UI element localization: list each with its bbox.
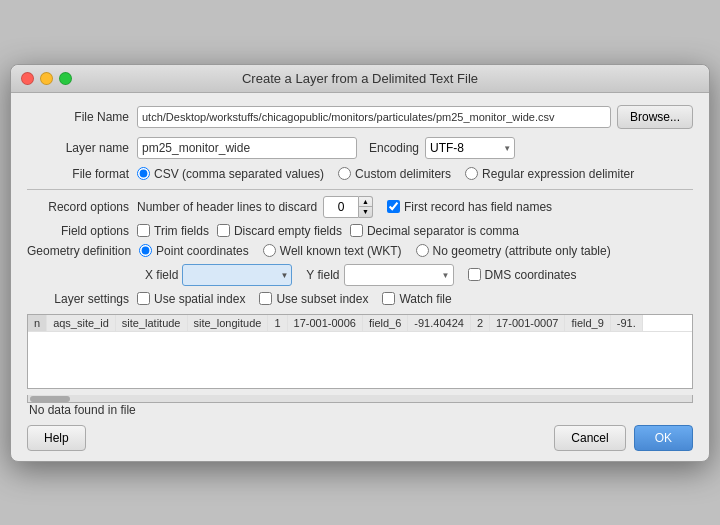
- subset-index-option[interactable]: Use subset index: [259, 292, 368, 306]
- layer-name-label: Layer name: [27, 141, 137, 155]
- dms-label: DMS coordinates: [485, 268, 577, 282]
- point-radio[interactable]: [139, 244, 152, 257]
- preview-table: n aqs_site_id site_latitude site_longitu…: [27, 314, 693, 389]
- geometry-options: Point coordinates Well known text (WKT) …: [139, 244, 611, 258]
- main-window: Create a Layer from a Delimited Text Fil…: [10, 64, 710, 462]
- status-text: No data found in file: [29, 403, 136, 417]
- cancel-button[interactable]: Cancel: [554, 425, 625, 451]
- col-field6: field_6: [363, 315, 408, 331]
- no-geometry-option[interactable]: No geometry (attribute only table): [416, 244, 611, 258]
- watch-file-option[interactable]: Watch file: [382, 292, 451, 306]
- custom-label: Custom delimiters: [355, 167, 451, 181]
- record-options-row: Record options Number of header lines to…: [27, 196, 693, 218]
- discard-empty-option[interactable]: Discard empty fields: [217, 224, 342, 238]
- preview-header-row: n aqs_site_id site_latitude site_longitu…: [28, 315, 692, 332]
- file-name-row: File Name Browse...: [27, 105, 693, 129]
- x-field-select[interactable]: [182, 264, 292, 286]
- trim-fields-label: Trim fields: [154, 224, 209, 238]
- col-17002: 17-001-0007: [490, 315, 565, 331]
- regex-option[interactable]: Regular expression delimiter: [465, 167, 634, 181]
- encoding-select[interactable]: UTF-8: [425, 137, 515, 159]
- custom-radio[interactable]: [338, 167, 351, 180]
- col-91: -91.40424: [408, 315, 471, 331]
- geometry-label: Geometry definition: [27, 244, 139, 258]
- csv-option[interactable]: CSV (comma separated values): [137, 167, 324, 181]
- close-button[interactable]: [21, 72, 34, 85]
- file-path-input[interactable]: [137, 106, 611, 128]
- spatial-index-option[interactable]: Use spatial index: [137, 292, 245, 306]
- horizontal-scrollbar[interactable]: [27, 395, 693, 403]
- field-options-row: Field options Trim fields Discard empty …: [27, 224, 693, 238]
- header-lines-input[interactable]: [323, 196, 359, 218]
- help-button[interactable]: Help: [27, 425, 86, 451]
- col-2: 2: [471, 315, 490, 331]
- file-name-label: File Name: [27, 110, 137, 124]
- header-lines-spinner: ▲ ▼: [323, 196, 373, 218]
- status-bar: No data found in file: [27, 403, 693, 417]
- layer-name-input[interactable]: [137, 137, 357, 159]
- dms-coordinates-option[interactable]: DMS coordinates: [468, 268, 577, 282]
- subset-index-checkbox[interactable]: [259, 292, 272, 305]
- first-record-option[interactable]: First record has field names: [387, 200, 552, 214]
- ok-button[interactable]: OK: [634, 425, 693, 451]
- header-lines-label: Number of header lines to discard: [137, 200, 317, 214]
- decimal-separator-checkbox[interactable]: [350, 224, 363, 237]
- y-field-label: Y field: [306, 268, 339, 282]
- point-label: Point coordinates: [156, 244, 249, 258]
- csv-radio[interactable]: [137, 167, 150, 180]
- spinner-up[interactable]: ▲: [359, 197, 372, 208]
- preview-table-inner: n aqs_site_id site_latitude site_longitu…: [28, 315, 692, 332]
- layer-name-row: Layer name Encoding UTF-8: [27, 137, 693, 159]
- csv-label: CSV (comma separated values): [154, 167, 324, 181]
- spinner-buttons: ▲ ▼: [359, 196, 373, 218]
- y-field-select-wrapper: [344, 264, 454, 286]
- regex-radio[interactable]: [465, 167, 478, 180]
- file-format-options: CSV (comma separated values) Custom deli…: [137, 167, 634, 181]
- maximize-button[interactable]: [59, 72, 72, 85]
- discard-empty-label: Discard empty fields: [234, 224, 342, 238]
- spatial-index-checkbox[interactable]: [137, 292, 150, 305]
- no-geometry-label: No geometry (attribute only table): [433, 244, 611, 258]
- encoding-select-wrapper: UTF-8: [425, 137, 515, 159]
- col-17001: 17-001-0006: [288, 315, 363, 331]
- trim-fields-checkbox[interactable]: [137, 224, 150, 237]
- discard-empty-checkbox[interactable]: [217, 224, 230, 237]
- spatial-index-label: Use spatial index: [154, 292, 245, 306]
- col-field9: field_9: [565, 315, 610, 331]
- wkt-radio[interactable]: [263, 244, 276, 257]
- window-title: Create a Layer from a Delimited Text Fil…: [242, 71, 478, 86]
- dms-checkbox[interactable]: [468, 268, 481, 281]
- col-n: n: [28, 315, 47, 331]
- trim-fields-option[interactable]: Trim fields: [137, 224, 209, 238]
- first-record-checkbox[interactable]: [387, 200, 400, 213]
- field-options-label: Field options: [27, 224, 137, 238]
- point-coordinates-option[interactable]: Point coordinates: [139, 244, 249, 258]
- col-91b: -91.: [611, 315, 643, 331]
- spinner-down[interactable]: ▼: [359, 207, 372, 217]
- col-aqs: aqs_site_id: [47, 315, 116, 331]
- record-options-label: Record options: [27, 200, 137, 214]
- col-1: 1: [268, 315, 287, 331]
- titlebar: Create a Layer from a Delimited Text Fil…: [11, 65, 709, 93]
- subset-index-label: Use subset index: [276, 292, 368, 306]
- minimize-button[interactable]: [40, 72, 53, 85]
- first-record-label: First record has field names: [404, 200, 552, 214]
- window-controls: [21, 72, 72, 85]
- regex-label: Regular expression delimiter: [482, 167, 634, 181]
- x-field-select-wrapper: [182, 264, 292, 286]
- col-lat: site_latitude: [116, 315, 188, 331]
- layer-settings-label: Layer settings: [27, 292, 137, 306]
- col-lon: site_longitude: [188, 315, 269, 331]
- y-field-select[interactable]: [344, 264, 454, 286]
- x-field-label: X field: [145, 268, 178, 282]
- browse-button[interactable]: Browse...: [617, 105, 693, 129]
- watch-file-checkbox[interactable]: [382, 292, 395, 305]
- xy-field-row: X field Y field DMS coordinates: [27, 264, 693, 286]
- scrollbar-thumb[interactable]: [30, 396, 70, 402]
- geometry-row: Geometry definition Point coordinates We…: [27, 244, 693, 258]
- no-geometry-radio[interactable]: [416, 244, 429, 257]
- wkt-option[interactable]: Well known text (WKT): [263, 244, 402, 258]
- decimal-separator-option[interactable]: Decimal separator is comma: [350, 224, 519, 238]
- layer-settings-row: Layer settings Use spatial index Use sub…: [27, 292, 693, 306]
- custom-delimiters-option[interactable]: Custom delimiters: [338, 167, 451, 181]
